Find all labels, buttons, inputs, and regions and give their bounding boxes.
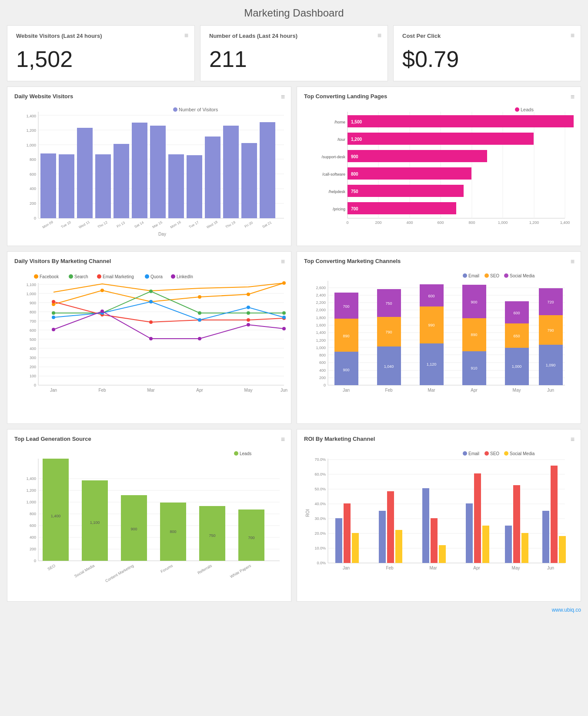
- svg-text:LinkedIn: LinkedIn: [177, 274, 193, 279]
- svg-rect-29: [187, 155, 202, 218]
- menu-icon-lead-source[interactable]: ≡: [281, 436, 285, 443]
- svg-point-134: [149, 320, 153, 324]
- svg-text:600: 600: [428, 294, 434, 298]
- svg-point-148: [247, 323, 250, 326]
- svg-rect-309: [542, 511, 549, 563]
- svg-text:1,000: 1,000: [26, 292, 36, 296]
- svg-text:Fri 20: Fri 20: [244, 221, 254, 229]
- svg-text:1,040: 1,040: [384, 364, 394, 369]
- svg-point-87: [69, 274, 73, 279]
- svg-text:700: 700: [351, 206, 358, 211]
- svg-point-131: [282, 311, 286, 315]
- svg-rect-299: [395, 530, 402, 563]
- svg-point-91: [145, 274, 149, 279]
- svg-text:Jan: Jan: [343, 566, 350, 570]
- svg-text:700: 700: [248, 536, 254, 540]
- svg-point-145: [100, 310, 104, 313]
- svg-point-121: [100, 289, 104, 292]
- svg-text:Jun: Jun: [281, 388, 287, 393]
- svg-text:Social Media: Social Media: [510, 273, 535, 278]
- svg-rect-79: [347, 185, 464, 197]
- svg-text:Referrals: Referrals: [197, 563, 213, 575]
- svg-text:700: 700: [30, 319, 36, 323]
- menu-icon-roi[interactable]: ≡: [571, 436, 575, 443]
- svg-text:100: 100: [30, 374, 36, 378]
- svg-rect-73: [347, 150, 487, 162]
- footer-text: www.ubiq.co: [552, 607, 581, 613]
- svg-text:Wed 11: Wed 11: [78, 220, 91, 230]
- metric-card-leads: Number of Leads (Last 24 hours) ≡ 211: [200, 25, 388, 81]
- svg-rect-32: [241, 143, 257, 218]
- svg-text:Jun: Jun: [547, 566, 554, 570]
- svg-text:790: 790: [385, 330, 392, 334]
- svg-point-130: [247, 311, 250, 315]
- svg-point-140: [149, 300, 153, 303]
- svg-text:Jan: Jan: [50, 388, 57, 393]
- svg-text:Fri 13: Fri 13: [116, 221, 126, 229]
- svg-text:0: 0: [324, 383, 326, 387]
- svg-text:900: 900: [351, 154, 358, 159]
- svg-rect-300: [422, 488, 429, 563]
- svg-text:1,100: 1,100: [90, 520, 100, 525]
- svg-text:1,000: 1,000: [26, 500, 36, 504]
- menu-icon-cpc[interactable]: ≡: [571, 32, 575, 40]
- chart-lead-source: Top Lead Generation Source ≡ Leads 0 200…: [7, 429, 291, 602]
- chart-title-converting-channels: Top Converting Marketing Channels: [304, 258, 574, 264]
- svg-rect-262: [238, 510, 264, 561]
- roi-chart: Email SEO Social Media 0.0% 10.0% 20.0% …: [304, 446, 574, 595]
- svg-rect-306: [505, 526, 512, 563]
- menu-icon-visitors[interactable]: ≡: [184, 32, 188, 40]
- svg-text:400: 400: [30, 346, 36, 351]
- svg-text:Mon 09: Mon 09: [42, 220, 54, 229]
- svg-rect-310: [551, 466, 558, 563]
- menu-icon-leads[interactable]: ≡: [378, 32, 381, 40]
- svg-text:Apr: Apr: [471, 388, 478, 393]
- svg-text:Email: Email: [468, 273, 479, 278]
- metric-title-visitors: Website Visitors (Last 24 hours): [16, 33, 186, 39]
- svg-text:1,400: 1,400: [560, 220, 570, 225]
- svg-rect-31: [223, 126, 239, 218]
- svg-text:600: 600: [30, 172, 36, 177]
- svg-point-141: [198, 318, 201, 322]
- svg-text:/pricing: /pricing: [333, 207, 345, 211]
- svg-rect-23: [77, 128, 93, 218]
- svg-text:Apr: Apr: [473, 566, 480, 570]
- svg-text:1,500: 1,500: [351, 120, 362, 124]
- svg-text:40.0%: 40.0%: [314, 502, 326, 506]
- dashboard-title: Marketing Dashboard: [7, 7, 581, 19]
- svg-point-138: [52, 316, 55, 319]
- svg-point-0: [173, 107, 177, 112]
- svg-rect-294: [335, 518, 342, 563]
- menu-icon-daily-visitors[interactable]: ≡: [281, 93, 285, 101]
- svg-text:ROI: ROI: [305, 509, 310, 517]
- svg-text:1,090: 1,090: [546, 363, 556, 367]
- charts-row-3: Top Lead Generation Source ≡ Leads 0 200…: [7, 429, 581, 602]
- svg-point-123: [198, 295, 201, 299]
- svg-text:Mar 15: Mar 15: [152, 220, 164, 229]
- svg-point-144: [52, 328, 55, 331]
- svg-point-143: [282, 316, 286, 319]
- svg-text:Leads: Leads: [521, 107, 534, 112]
- menu-icon-channel-visitors[interactable]: ≡: [281, 258, 285, 266]
- svg-text:720: 720: [547, 300, 554, 304]
- chart-title-lead-source: Top Lead Generation Source: [14, 436, 284, 442]
- svg-text:800: 800: [30, 157, 36, 162]
- svg-text:400: 400: [319, 368, 326, 373]
- lead-source-chart: Leads 0 200 400 600 800 1,000 1,200: [14, 446, 284, 595]
- svg-text:Sat 14: Sat 14: [134, 220, 144, 229]
- charts-row-1: Daily Website Visitors ≡ Number of Visit…: [7, 87, 581, 246]
- svg-text:Mon 16: Mon 16: [170, 220, 182, 229]
- chart-title-daily-visitors: Daily Website Visitors: [14, 93, 284, 100]
- svg-text:Apr: Apr: [196, 388, 203, 393]
- svg-text:Email Marketing: Email Marketing: [103, 274, 134, 279]
- menu-icon-converting-channels[interactable]: ≡: [571, 258, 575, 266]
- svg-text:Content Marketing: Content Marketing: [104, 563, 134, 583]
- svg-text:Quora: Quora: [150, 274, 163, 279]
- svg-rect-22: [59, 154, 74, 218]
- svg-text:Mar: Mar: [147, 388, 155, 393]
- svg-rect-27: [150, 126, 166, 218]
- svg-text:0: 0: [34, 559, 36, 563]
- menu-icon-landing-pages[interactable]: ≡: [571, 93, 575, 101]
- svg-text:200: 200: [319, 376, 326, 380]
- svg-rect-25: [114, 144, 129, 218]
